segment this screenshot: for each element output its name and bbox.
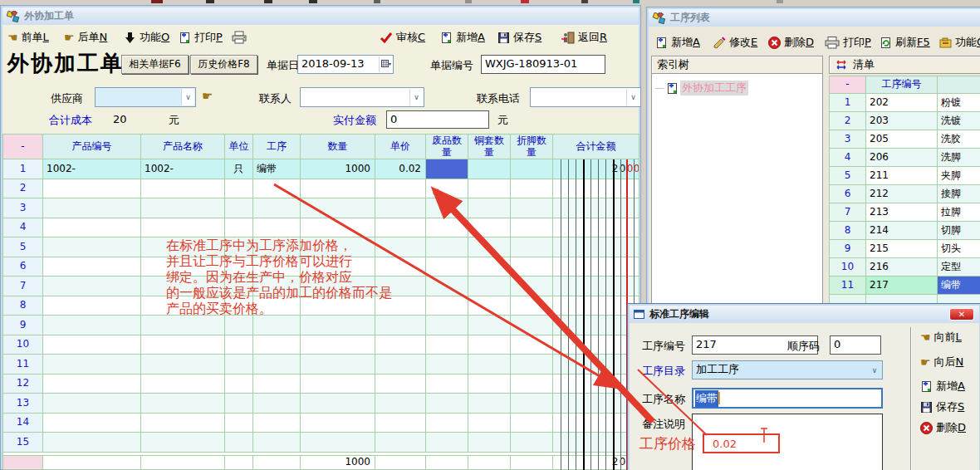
grid-cell-row1[interactable]: 1000 (301, 159, 375, 179)
dialog-titlebar[interactable]: 标准工序编辑 (630, 306, 979, 323)
row-number[interactable]: 2 (3, 179, 43, 199)
grid-cell[interactable] (43, 237, 141, 257)
grid-cell[interactable] (43, 355, 141, 375)
grid-cell[interactable] (468, 237, 511, 257)
process-refresh-button[interactable]: 刷新F5 (880, 34, 930, 51)
grid-cell[interactable] (301, 316, 375, 335)
grid-cell[interactable] (426, 335, 468, 355)
grid-cell[interactable] (225, 218, 253, 238)
process-name-cell[interactable]: 接脚 (938, 185, 980, 203)
process-code-cell[interactable]: 216 (866, 258, 938, 277)
process-row-number[interactable]: 8 (830, 222, 866, 240)
grid-cell[interactable] (43, 335, 141, 355)
process-code-cell[interactable]: 206 (866, 149, 938, 167)
grid-cell[interactable] (141, 335, 225, 355)
grid-cell[interactable] (375, 355, 426, 375)
grid-cell[interactable] (375, 198, 426, 218)
grid-cell[interactable] (225, 179, 253, 199)
main-window-titlebar[interactable]: 外协加工单 (2, 7, 639, 25)
grid-cell[interactable] (301, 394, 375, 414)
grid-cell[interactable] (253, 335, 301, 355)
grid-cell[interactable] (141, 433, 225, 453)
function-button[interactable]: 功能O (124, 29, 169, 46)
grid-cell[interactable] (426, 277, 468, 296)
grid-cell[interactable] (301, 218, 375, 238)
process-name-cell[interactable]: 洗脚 (938, 149, 980, 167)
grid-cell[interactable] (301, 198, 375, 218)
grid-cell[interactable] (43, 198, 141, 218)
grid-cell[interactable] (375, 335, 426, 355)
grid-cell-row1[interactable]: 1 (3, 159, 43, 179)
chevron-down-icon[interactable]: ∨ (868, 362, 881, 378)
dialog-next-button[interactable]: ☛ 向后N (920, 354, 963, 370)
grid-cell[interactable] (426, 237, 468, 257)
process-name-cell[interactable]: 粉镀 (938, 94, 980, 112)
row-number[interactable]: 8 (3, 296, 43, 316)
grid-cell[interactable] (511, 394, 553, 414)
grid-cell[interactable] (43, 277, 141, 296)
grid-cell[interactable] (301, 414, 375, 433)
row-number[interactable]: 12 (3, 375, 43, 394)
grid-cell[interactable] (511, 414, 553, 433)
process-row-number[interactable]: 9 (830, 240, 866, 258)
process-row-number[interactable]: 6 (830, 185, 866, 203)
row-number[interactable]: 15 (3, 433, 43, 453)
dialog-prev-button[interactable]: ☚ 向前L (920, 329, 962, 345)
process-row-number[interactable]: 5 (830, 167, 866, 185)
grid-cell[interactable] (141, 375, 225, 394)
grid-cell-row1[interactable] (468, 159, 511, 179)
row-number[interactable]: 11 (3, 355, 43, 375)
process-add-button[interactable]: 新增A (655, 34, 700, 51)
grid-cell[interactable] (511, 375, 553, 394)
process-code-cell[interactable]: 203 (866, 112, 938, 130)
grid-cell[interactable] (426, 296, 468, 316)
process-row-number[interactable]: 2 (830, 112, 866, 130)
grid-cell[interactable] (43, 375, 141, 394)
process-name-cell[interactable]: 拉脚 (938, 203, 980, 222)
grid-cell[interactable] (141, 179, 225, 199)
save-button[interactable]: 保存S (497, 29, 541, 46)
grid-cell[interactable] (141, 355, 225, 375)
grid-cell[interactable] (43, 414, 141, 433)
process-name-cell[interactable]: 洗镀 (938, 112, 980, 130)
grid-cell[interactable] (426, 218, 468, 238)
grid-cell[interactable] (511, 335, 553, 355)
grid-cell[interactable] (511, 296, 553, 316)
process-name-input[interactable]: 编带 (692, 388, 883, 409)
grid-cell[interactable] (468, 218, 511, 238)
phone-combo[interactable]: ∨ (530, 87, 641, 107)
grid-cell[interactable] (468, 277, 511, 296)
process-window-titlebar[interactable]: 工序列表 (649, 9, 980, 27)
grid-cell[interactable] (253, 218, 301, 238)
grid-cell[interactable] (511, 237, 553, 257)
process-name-cell[interactable]: 切头 (938, 240, 980, 258)
process-delete-button[interactable]: 删除D (768, 34, 814, 51)
process-code-cell[interactable]: 215 (866, 240, 938, 258)
process-category-combo[interactable]: 加工工序 ∨ (692, 360, 883, 379)
grid-cell[interactable] (141, 316, 225, 335)
grid-cell[interactable] (141, 394, 225, 414)
grid-cell[interactable] (225, 414, 253, 433)
grid-cell[interactable] (253, 375, 301, 394)
grid-cell[interactable] (301, 375, 375, 394)
grid-cell[interactable] (43, 179, 141, 199)
related-docs-button[interactable]: 相关单据F6 (121, 55, 189, 74)
row-number[interactable]: 5 (3, 237, 43, 257)
dialog-add-button[interactable]: 新增A (920, 378, 965, 394)
next-doc-button[interactable]: ☛ 后单N (64, 29, 107, 46)
grid-cell[interactable] (253, 433, 301, 453)
grid-cell[interactable] (141, 414, 225, 433)
grid-cell[interactable] (301, 433, 375, 453)
contact-combo[interactable]: ∨ (300, 87, 424, 107)
grid-cell[interactable] (426, 316, 468, 335)
chevron-down-icon[interactable]: ∨ (409, 89, 423, 105)
process-row-number[interactable]: 7 (830, 203, 866, 222)
grid-cell[interactable] (253, 316, 301, 335)
close-button[interactable]: ✕ (949, 308, 974, 321)
sequence-input[interactable]: 0 (830, 335, 881, 355)
grid-cell[interactable] (468, 394, 511, 414)
grid-cell[interactable] (426, 394, 468, 414)
process-code-cell[interactable]: 211 (866, 167, 938, 185)
grid-cell[interactable] (468, 198, 511, 218)
hand-pointer-icon[interactable]: ☛ (202, 91, 213, 102)
